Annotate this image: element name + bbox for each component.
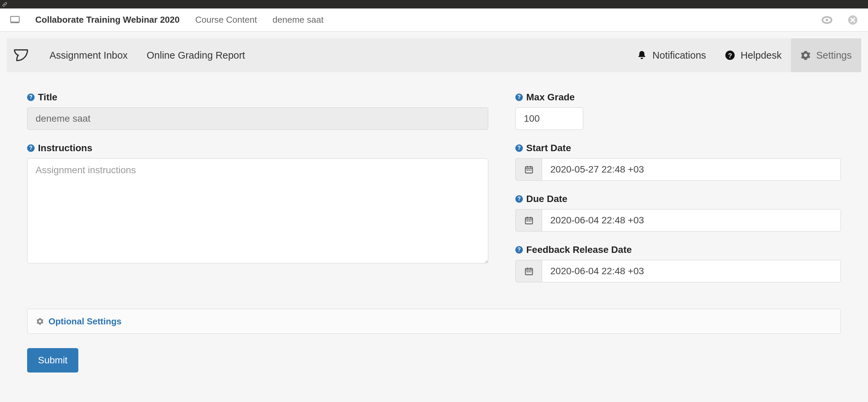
svg-rect-16 — [528, 271, 530, 273]
breadcrumb-bar: Collaborate Training Webinar 2020 Course… — [0, 8, 868, 32]
field-due-date: ? Due Date — [515, 194, 841, 232]
svg-point-2 — [826, 19, 828, 21]
field-title: ? Title — [27, 92, 488, 130]
svg-rect-17 — [530, 271, 531, 273]
app-toolbar: Assignment Inbox Online Grading Report N… — [7, 38, 861, 72]
submit-button[interactable]: Submit — [27, 348, 78, 373]
monitor-icon[interactable] — [10, 16, 20, 24]
due-date-input[interactable] — [542, 209, 841, 232]
calendar-icon[interactable] — [515, 260, 542, 282]
helpdesk-button[interactable]: ? Helpdesk — [715, 50, 791, 61]
max-grade-input[interactable] — [515, 107, 583, 130]
crumb-assignment-name[interactable]: deneme saat — [273, 15, 323, 25]
title-input[interactable] — [27, 107, 488, 130]
help-badge-icon[interactable]: ? — [515, 94, 523, 101]
field-feedback-date: ? Feedback Release Date — [515, 244, 841, 282]
settings-form: ? Title ? Instructions ? Max Grade — [0, 72, 868, 309]
due-date-label: Due Date — [526, 194, 567, 204]
svg-rect-1 — [11, 22, 19, 23]
close-icon[interactable] — [848, 15, 858, 25]
field-max-grade: ? Max Grade — [515, 92, 841, 130]
help-badge-icon[interactable]: ? — [515, 195, 523, 203]
title-label: Title — [38, 92, 57, 103]
feedback-date-input[interactable] — [542, 260, 841, 282]
os-top-bar — [0, 0, 868, 8]
help-icon: ? — [725, 50, 735, 60]
tab-assignment-inbox[interactable]: Assignment Inbox — [40, 50, 137, 61]
feedback-date-label: Feedback Release Date — [526, 244, 632, 255]
instructions-label: Instructions — [38, 143, 92, 154]
helpdesk-label: Helpdesk — [741, 50, 782, 61]
start-date-input[interactable] — [542, 158, 841, 181]
refresh-icon[interactable] — [821, 15, 833, 25]
settings-button[interactable]: Settings — [791, 38, 861, 72]
help-badge-icon[interactable]: ? — [27, 144, 35, 152]
svg-rect-12 — [528, 220, 530, 222]
svg-rect-13 — [530, 220, 531, 222]
svg-rect-7 — [527, 169, 528, 171]
field-start-date: ? Start Date — [515, 143, 841, 181]
calendar-icon[interactable] — [515, 158, 542, 181]
svg-rect-9 — [530, 169, 531, 171]
svg-rect-0 — [11, 16, 19, 22]
gear-icon — [801, 50, 811, 60]
optional-settings-label: Optional Settings — [48, 316, 121, 327]
svg-rect-15 — [527, 271, 528, 273]
notifications-button[interactable]: Notifications — [627, 50, 715, 61]
crumb-course-content[interactable]: Course Content — [195, 15, 257, 25]
field-instructions: ? Instructions — [27, 143, 488, 265]
start-date-label: Start Date — [526, 143, 571, 154]
bell-icon — [637, 50, 647, 60]
link-icon — [2, 2, 7, 7]
tab-online-grading-report[interactable]: Online Grading Report — [137, 50, 255, 61]
instructions-textarea[interactable] — [27, 158, 488, 263]
notifications-label: Notifications — [652, 50, 706, 61]
svg-text:?: ? — [728, 52, 732, 59]
settings-label: Settings — [816, 50, 852, 61]
svg-rect-11 — [527, 220, 528, 222]
help-badge-icon[interactable]: ? — [27, 94, 35, 101]
max-grade-label: Max Grade — [526, 92, 575, 103]
turnitin-logo-icon — [7, 46, 40, 64]
optional-settings-toggle[interactable]: Optional Settings — [27, 309, 841, 334]
help-badge-icon[interactable]: ? — [515, 144, 523, 152]
svg-rect-8 — [528, 169, 530, 171]
help-badge-icon[interactable]: ? — [515, 246, 523, 254]
calendar-icon[interactable] — [515, 209, 542, 232]
gear-icon — [36, 318, 44, 325]
course-title[interactable]: Collaborate Training Webinar 2020 — [35, 15, 180, 25]
